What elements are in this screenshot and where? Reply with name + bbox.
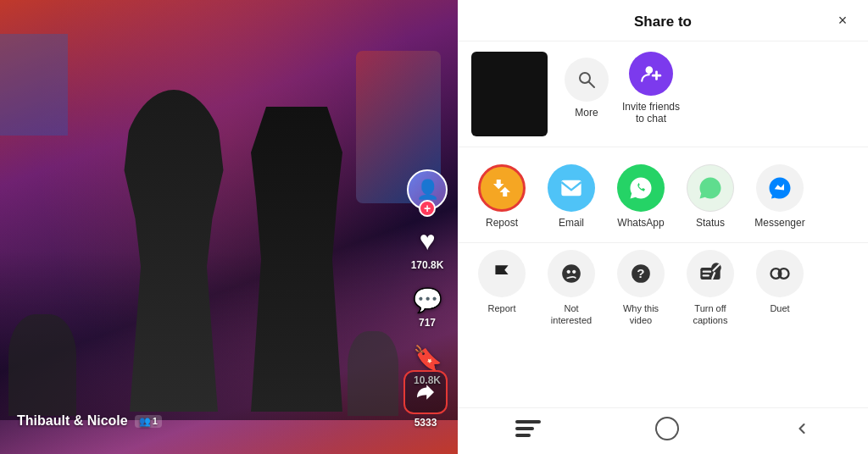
video-actions: 👤 + ♥ 170.8K 💬 717 🔖 10.8K (407, 169, 448, 386)
share-apps-row: Repost Email (458, 154, 868, 239)
share-title: Share to (634, 14, 692, 30)
search-icon (576, 69, 597, 90)
messenger-icon (767, 175, 793, 201)
app-whatsapp[interactable]: WhatsApp (610, 164, 671, 229)
turn-off-captions-label: Turn off captions (693, 302, 728, 327)
follow-plus-icon: + (419, 200, 436, 217)
share-panel: Share to × More (458, 0, 868, 454)
why-video-label: Why this video (623, 302, 659, 327)
not-interested-icon (560, 263, 582, 285)
messenger-label: Messenger (754, 217, 804, 229)
bookmark-icon: 🔖 (413, 344, 442, 372)
app-email[interactable]: Email (541, 164, 602, 229)
quick-share-row: More Invite friends to chat (558, 52, 854, 125)
whatsapp-icon-circle (617, 164, 665, 212)
quick-share-more[interactable]: More (565, 58, 609, 119)
invite-label: Invite friends to chat (622, 101, 680, 125)
why-video-icon: ? (630, 263, 652, 285)
creator-avatar[interactable]: 👤 + (407, 169, 448, 210)
more-icon-circle (565, 58, 609, 102)
invite-icon-circle (629, 52, 673, 96)
friends-badge: 👥 1 (135, 415, 162, 428)
avatar-icon: 👤 (416, 179, 439, 201)
report-icon-circle (478, 250, 526, 297)
app-messenger[interactable]: Messenger (749, 164, 810, 229)
action-report[interactable]: Report (471, 250, 532, 314)
svg-point-17 (778, 269, 782, 277)
comment-icon: 💬 (413, 286, 442, 314)
email-label: Email (559, 217, 584, 229)
like-count: 170.8K (411, 259, 444, 271)
duet-label: Duet (770, 302, 789, 314)
report-label: Report (487, 302, 515, 314)
video-background: 👤 + ♥ 170.8K 💬 717 🔖 10.8K 5333 (0, 0, 458, 454)
close-button[interactable]: × (831, 8, 854, 32)
share-actions-row: Report Not interested ? Why (458, 242, 868, 337)
svg-line-1 (589, 82, 594, 87)
invite-friends-icon (640, 63, 662, 85)
repost-label: Repost (486, 217, 518, 229)
svg-rect-5 (561, 180, 581, 197)
messenger-icon-circle (756, 164, 804, 212)
comment-action[interactable]: 💬 717 (413, 286, 442, 329)
video-thumbnail (471, 52, 548, 136)
nav-back[interactable] (793, 420, 810, 437)
action-why-video[interactable]: ? Why this video (610, 250, 671, 327)
svg-text:?: ? (637, 266, 644, 280)
repost-icon (489, 175, 515, 201)
share-apps-section: Repost Email (458, 147, 868, 242)
share-arrow-icon (413, 379, 438, 405)
action-duet[interactable]: Duet (749, 250, 810, 314)
why-video-icon-circle: ? (617, 250, 665, 297)
action-turn-off-captions[interactable]: Turn off captions (680, 250, 741, 327)
username: Thibault & Nicole 👥 1 (17, 413, 162, 429)
nav-home[interactable] (655, 417, 679, 440)
nav-bar (458, 407, 868, 454)
whatsapp-icon (628, 175, 654, 201)
svg-point-0 (580, 73, 590, 83)
status-label: Status (696, 217, 725, 229)
share-count: 5333 (415, 417, 437, 429)
nav-lines[interactable] (515, 420, 541, 437)
status-icon-circle (687, 164, 734, 212)
quick-share-invite[interactable]: Invite friends to chat (622, 52, 680, 125)
app-repost[interactable]: Repost (471, 164, 532, 229)
not-interested-label: Not interested (551, 302, 592, 327)
action-not-interested[interactable]: Not interested (541, 250, 602, 327)
back-arrow-icon (793, 420, 810, 437)
heart-icon: ♥ (419, 225, 435, 257)
duet-icon-circle (756, 250, 804, 297)
not-interested-icon-circle (548, 250, 595, 297)
share-preview-section: More Invite friends to chat (458, 42, 868, 147)
duet-icon (768, 262, 792, 285)
video-user-info: Thibault & Nicole 👥 1 (17, 413, 162, 429)
share-icon-box (403, 370, 448, 414)
email-icon (559, 176, 583, 200)
whatsapp-label: WhatsApp (617, 217, 664, 229)
repost-icon-circle (478, 164, 526, 212)
like-action[interactable]: ♥ 170.8K (411, 225, 444, 271)
friends-icon: 👥 (139, 416, 151, 427)
svg-point-2 (646, 66, 654, 74)
more-label: More (575, 107, 598, 119)
email-icon-circle (548, 164, 595, 212)
report-flag-icon (491, 263, 513, 285)
status-icon (698, 175, 723, 201)
share-header: Share to × (458, 0, 868, 42)
turn-off-captions-icon-circle (687, 250, 734, 297)
comment-count: 717 (419, 317, 436, 329)
app-status[interactable]: Status (680, 164, 741, 229)
captions-off-icon (698, 262, 722, 285)
share-action[interactable]: 5333 (403, 370, 448, 429)
